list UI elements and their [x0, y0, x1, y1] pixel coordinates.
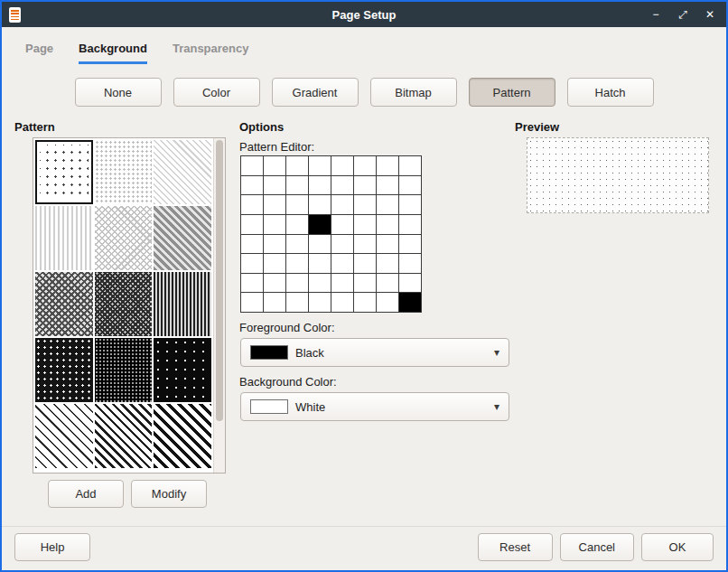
pattern-swatch-dots-fine-sparse[interactable]: [35, 140, 93, 204]
editor-cell-2-0[interactable]: [241, 195, 263, 214]
editor-cell-0-2[interactable]: [286, 156, 308, 175]
modify-button[interactable]: Modify: [131, 480, 207, 508]
editor-cell-4-6[interactable]: [377, 235, 398, 254]
editor-cell-7-0[interactable]: [241, 293, 263, 312]
restore-icon[interactable]: ⤢: [676, 9, 690, 20]
editor-cell-5-2[interactable]: [286, 254, 308, 273]
foreground-color-dropdown[interactable]: Black ▾: [240, 338, 509, 367]
editor-cell-1-3[interactable]: [309, 176, 331, 195]
editor-cell-4-2[interactable]: [286, 235, 308, 254]
pattern-swatch-diagonal-bold[interactable]: [154, 404, 211, 468]
reset-button[interactable]: Reset: [478, 533, 553, 561]
pattern-editor-grid[interactable]: [240, 155, 422, 313]
editor-cell-1-7[interactable]: [399, 176, 421, 195]
editor-cell-0-1[interactable]: [264, 156, 285, 175]
editor-cell-0-6[interactable]: [377, 156, 398, 175]
editor-cell-2-6[interactable]: [377, 195, 398, 214]
editor-cell-1-6[interactable]: [377, 176, 398, 195]
fill-hatch-button[interactable]: Hatch: [567, 78, 654, 107]
add-button[interactable]: Add: [48, 480, 124, 508]
pattern-swatch-vertical-lines-light[interactable]: [35, 206, 93, 270]
editor-cell-6-6[interactable]: [377, 274, 398, 293]
pattern-list-scrollbar[interactable]: [213, 138, 225, 473]
editor-cell-5-5[interactable]: [354, 254, 376, 273]
editor-cell-1-4[interactable]: [331, 176, 353, 195]
close-icon[interactable]: ✕: [703, 9, 717, 20]
editor-cell-6-3[interactable]: [309, 274, 331, 293]
pattern-swatch-dots-fine-light[interactable]: [95, 140, 153, 204]
editor-cell-4-5[interactable]: [354, 235, 376, 254]
tab-background[interactable]: Background: [79, 42, 147, 64]
editor-cell-2-7[interactable]: [399, 195, 421, 214]
scrollbar-thumb[interactable]: [216, 140, 223, 421]
background-color-dropdown[interactable]: White ▾: [240, 392, 509, 421]
editor-cell-2-3[interactable]: [309, 195, 331, 214]
pattern-swatch-diagonal-gray[interactable]: [154, 206, 211, 270]
cancel-button[interactable]: Cancel: [560, 533, 634, 561]
pattern-swatch-vertical-lines-dark[interactable]: [154, 272, 211, 336]
pattern-swatch-crosshatch-light[interactable]: [95, 206, 153, 270]
editor-cell-4-0[interactable]: [241, 235, 263, 254]
editor-cell-7-7[interactable]: [399, 293, 421, 312]
editor-cell-7-6[interactable]: [377, 293, 398, 312]
pattern-swatch-diagonal-light[interactable]: [154, 140, 211, 204]
minimize-icon[interactable]: −: [649, 9, 663, 20]
editor-cell-7-1[interactable]: [264, 293, 285, 312]
editor-cell-5-0[interactable]: [241, 254, 263, 273]
editor-cell-0-3[interactable]: [309, 156, 331, 175]
pattern-swatch-crosshatch-dense[interactable]: [95, 272, 153, 336]
editor-cell-2-2[interactable]: [286, 195, 308, 214]
editor-cell-7-4[interactable]: [331, 293, 353, 312]
editor-cell-1-0[interactable]: [241, 176, 263, 195]
fill-pattern-button[interactable]: Pattern: [469, 78, 555, 107]
pattern-swatch-crosshatch-dark[interactable]: [35, 272, 93, 336]
pattern-swatch-black-dense-dots[interactable]: [95, 338, 153, 402]
editor-cell-4-3[interactable]: [309, 235, 331, 254]
editor-cell-2-1[interactable]: [264, 195, 285, 214]
pattern-swatch-black-sparse-dots[interactable]: [154, 338, 211, 402]
pattern-swatch-diagonal-medium[interactable]: [95, 404, 153, 468]
editor-cell-0-7[interactable]: [399, 156, 421, 175]
editor-cell-6-2[interactable]: [286, 274, 308, 293]
editor-cell-1-2[interactable]: [286, 176, 308, 195]
help-button[interactable]: Help: [14, 533, 90, 561]
editor-cell-0-0[interactable]: [241, 156, 263, 175]
editor-cell-3-2[interactable]: [286, 215, 308, 234]
editor-cell-5-1[interactable]: [264, 254, 285, 273]
fill-bitmap-button[interactable]: Bitmap: [370, 78, 457, 107]
editor-cell-3-5[interactable]: [354, 215, 376, 234]
fill-gradient-button[interactable]: Gradient: [272, 78, 359, 107]
editor-cell-3-1[interactable]: [264, 215, 285, 234]
editor-cell-7-2[interactable]: [286, 293, 308, 312]
editor-cell-3-4[interactable]: [331, 215, 353, 234]
editor-cell-2-5[interactable]: [354, 195, 376, 214]
editor-cell-4-7[interactable]: [399, 235, 421, 254]
editor-cell-5-4[interactable]: [331, 254, 353, 273]
editor-cell-4-1[interactable]: [264, 235, 285, 254]
editor-cell-3-6[interactable]: [377, 215, 398, 234]
pattern-swatch-black-white-dots[interactable]: [35, 338, 93, 402]
editor-cell-1-5[interactable]: [354, 176, 376, 195]
editor-cell-5-6[interactable]: [377, 254, 398, 273]
editor-cell-3-7[interactable]: [399, 215, 421, 234]
editor-cell-2-4[interactable]: [331, 195, 353, 214]
pattern-swatch-diagonal-thin[interactable]: [35, 404, 93, 468]
editor-cell-3-3[interactable]: [309, 215, 331, 234]
editor-cell-0-4[interactable]: [331, 156, 353, 175]
editor-cell-0-5[interactable]: [354, 156, 376, 175]
editor-cell-3-0[interactable]: [241, 215, 263, 234]
editor-cell-5-3[interactable]: [309, 254, 331, 273]
editor-cell-7-5[interactable]: [354, 293, 376, 312]
editor-cell-6-1[interactable]: [264, 274, 285, 293]
editor-cell-4-4[interactable]: [331, 235, 353, 254]
fill-none-button[interactable]: None: [75, 78, 162, 107]
editor-cell-7-3[interactable]: [309, 293, 331, 312]
fill-color-button[interactable]: Color: [173, 78, 260, 107]
editor-cell-6-4[interactable]: [331, 274, 353, 293]
editor-cell-5-7[interactable]: [399, 254, 421, 273]
tab-transparency[interactable]: Transparency: [173, 42, 249, 64]
ok-button[interactable]: OK: [641, 533, 714, 561]
editor-cell-1-1[interactable]: [264, 176, 285, 195]
editor-cell-6-0[interactable]: [241, 274, 263, 293]
editor-cell-6-5[interactable]: [354, 274, 376, 293]
